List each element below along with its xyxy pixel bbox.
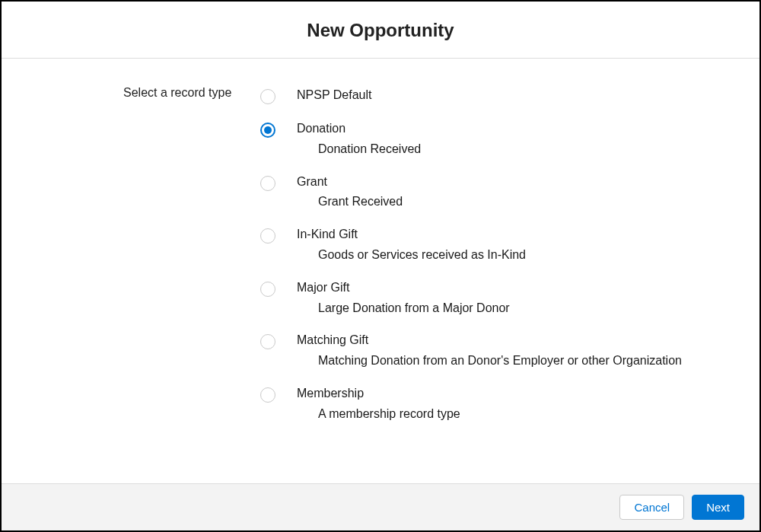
radio-icon xyxy=(260,387,275,403)
option-description: A membership record type xyxy=(297,402,460,422)
option-description: Grant Received xyxy=(297,190,403,210)
cancel-button[interactable]: Cancel xyxy=(619,495,684,520)
option-grant[interactable]: Grant Grant Received xyxy=(260,170,744,223)
record-type-row: Select a record type NPSP Default Donati… xyxy=(17,83,744,435)
option-text: Major Gift Large Donation from a Major D… xyxy=(297,280,510,317)
option-label: Membership xyxy=(297,386,460,402)
modal-body: Select a record type NPSP Default Donati… xyxy=(2,59,759,483)
radio-icon xyxy=(260,282,275,297)
modal-footer: Cancel Next xyxy=(2,483,759,530)
option-description: Matching Donation from an Donor's Employ… xyxy=(297,349,682,369)
record-type-label: Select a record type xyxy=(17,83,260,100)
modal-title: New Opportunity xyxy=(2,20,759,41)
next-button[interactable]: Next xyxy=(692,495,744,520)
option-description: Goods or Services received as In-Kind xyxy=(297,243,526,263)
option-label: In-Kind Gift xyxy=(297,227,526,243)
option-label: Matching Gift xyxy=(297,333,682,349)
option-donation[interactable]: Donation Donation Received xyxy=(260,116,744,170)
option-label: Major Gift xyxy=(297,280,510,296)
option-label: NPSP Default xyxy=(297,88,371,104)
radio-icon xyxy=(260,334,275,349)
option-label: Grant xyxy=(297,174,403,190)
option-text: Donation Donation Received xyxy=(297,121,421,158)
option-text: In-Kind Gift Goods or Services received … xyxy=(297,227,526,263)
option-text: NPSP Default xyxy=(297,88,371,104)
option-npsp-default[interactable]: NPSP Default xyxy=(260,83,744,116)
modal-header: New Opportunity xyxy=(2,2,759,58)
radio-icon xyxy=(260,123,275,138)
radio-icon xyxy=(260,176,275,191)
radio-icon xyxy=(260,89,275,104)
option-major-gift[interactable]: Major Gift Large Donation from a Major D… xyxy=(260,276,744,329)
option-description: Donation Received xyxy=(297,137,421,158)
option-description: Large Donation from a Major Donor xyxy=(297,296,510,317)
option-label: Donation xyxy=(297,121,421,137)
option-text: Matching Gift Matching Donation from an … xyxy=(297,333,682,369)
option-text: Membership A membership record type xyxy=(297,386,460,422)
new-opportunity-modal: New Opportunity Select a record type NPS… xyxy=(0,0,761,532)
radio-icon xyxy=(260,228,275,244)
option-text: Grant Grant Received xyxy=(297,174,403,211)
record-type-options: NPSP Default Donation Donation Received … xyxy=(260,83,744,435)
option-in-kind-gift[interactable]: In-Kind Gift Goods or Services received … xyxy=(260,222,744,276)
option-matching-gift[interactable]: Matching Gift Matching Donation from an … xyxy=(260,328,744,381)
option-membership[interactable]: Membership A membership record type xyxy=(260,381,744,435)
